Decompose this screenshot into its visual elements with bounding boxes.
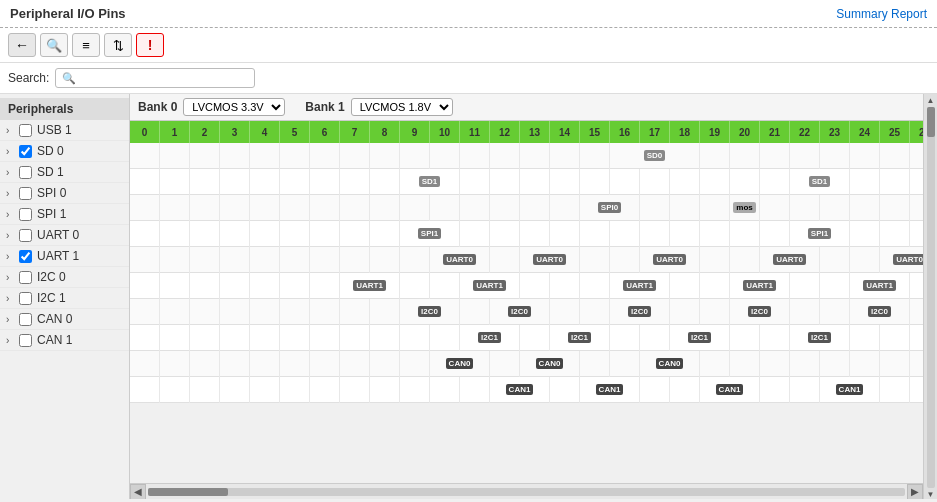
chip-spi-15: SPI0	[598, 202, 621, 213]
sidebar-item-can-0[interactable]: › CAN 0	[0, 309, 129, 330]
cell-r3-c6	[310, 221, 340, 247]
pin-number-10: 10	[430, 121, 460, 143]
checkbox-0[interactable]	[19, 124, 32, 137]
cell-r6-c18	[670, 299, 700, 325]
cell-r9-c5	[280, 377, 310, 403]
cell-r7-c25	[880, 325, 910, 351]
vscroll-thumb[interactable]	[927, 107, 935, 137]
cell-r9-c6	[310, 377, 340, 403]
cell-r9-c17	[640, 377, 670, 403]
data-row-1: SD1SD1	[130, 169, 923, 195]
cell-r8-c19	[700, 351, 730, 377]
scroll-track[interactable]	[148, 488, 905, 496]
cell-r2-c3	[220, 195, 250, 221]
checkbox-1[interactable]	[19, 145, 32, 158]
vscroll-down[interactable]: ▼	[927, 490, 935, 499]
pin-number-2: 2	[190, 121, 220, 143]
cell-r3-c4	[250, 221, 280, 247]
cell-r3-c22: SPI1	[790, 221, 850, 247]
horizontal-scrollbar[interactable]: ◀ ▶	[130, 483, 923, 499]
checkbox-5[interactable]	[19, 229, 32, 242]
data-row-2: SPI0mosSPI0	[130, 195, 923, 221]
cell-r3-c12	[490, 221, 520, 247]
cell-r1-c26	[910, 169, 923, 195]
cell-r1-c12	[490, 169, 520, 195]
sidebar-item-spi-1[interactable]: › SPI 1	[0, 204, 129, 225]
bank0-select[interactable]: LVCMOS 3.3V LVCMOS 1.8V LVCMOS 1.5V	[183, 98, 285, 116]
cell-r2-c18	[670, 195, 700, 221]
data-row-3: SPI1SPI1	[130, 221, 923, 247]
sidebar-item-i2c-0[interactable]: › I2C 0	[0, 267, 129, 288]
cell-r1-c3	[220, 169, 250, 195]
item-label-8: I2C 1	[37, 291, 66, 305]
sidebar-item-sd-0[interactable]: › SD 0	[0, 141, 129, 162]
checkbox-9[interactable]	[19, 313, 32, 326]
item-label-1: SD 0	[37, 144, 64, 158]
checkbox-8[interactable]	[19, 292, 32, 305]
cell-r3-c25	[880, 221, 910, 247]
cell-r2-c4	[250, 195, 280, 221]
app-header: Peripheral I/O Pins Summary Report	[0, 0, 937, 28]
checkbox-2[interactable]	[19, 166, 32, 179]
checkbox-3[interactable]	[19, 187, 32, 200]
cell-r6-c8	[370, 299, 400, 325]
cell-r9-c2	[190, 377, 220, 403]
vscroll-up[interactable]: ▲	[927, 96, 935, 105]
scroll-right-button[interactable]: ▶	[907, 484, 923, 500]
checkbox-6[interactable]	[19, 250, 32, 263]
cell-r9-c14	[550, 377, 580, 403]
sidebar-item-uart-1[interactable]: › UART 1	[0, 246, 129, 267]
sidebar-item-i2c-1[interactable]: › I2C 1	[0, 288, 129, 309]
cell-r6-c15	[580, 299, 610, 325]
cell-r0-c13	[520, 143, 550, 169]
cell-r5-c18	[670, 273, 700, 299]
cell-r9-c1	[160, 377, 190, 403]
sidebar: Peripherals › USB 1 › SD 0 › SD 1 › SPI …	[0, 94, 130, 499]
cell-r2-c24	[850, 195, 880, 221]
cell-r8-c25	[880, 351, 910, 377]
checkbox-7[interactable]	[19, 271, 32, 284]
filter1-button[interactable]: ≡	[72, 33, 100, 57]
sidebar-item-can-1[interactable]: › CAN 1	[0, 330, 129, 351]
chip-uart-17: UART0	[653, 254, 686, 265]
chip-i2c-12: I2C0	[508, 306, 531, 317]
cell-r6-c7	[340, 299, 370, 325]
vertical-scrollbar[interactable]: ▲ ▼	[923, 94, 937, 499]
scroll-thumb[interactable]	[148, 488, 228, 496]
bank1-label: Bank 1	[305, 100, 344, 114]
sidebar-item-spi-0[interactable]: › SPI 0	[0, 183, 129, 204]
summary-report-link[interactable]: Summary Report	[836, 7, 927, 21]
checkbox-4[interactable]	[19, 208, 32, 221]
cell-r4-c19	[700, 247, 730, 273]
main-layout: Peripherals › USB 1 › SD 0 › SD 1 › SPI …	[0, 94, 937, 499]
pin-number-16: 16	[610, 121, 640, 143]
cell-r3-c0	[130, 221, 160, 247]
bank1-select[interactable]: LVCMOS 3.3V LVCMOS 1.8V LVCMOS 1.5V	[351, 98, 453, 116]
cell-r9-c22	[790, 377, 820, 403]
cell-r0-c24	[850, 143, 880, 169]
cell-r2-c9	[400, 195, 430, 221]
vscroll-track[interactable]	[927, 107, 935, 488]
sidebar-item-sd-1[interactable]: › SD 1	[0, 162, 129, 183]
toolbar: ← 🔍 ≡ ⇅ !	[0, 28, 937, 63]
search-input[interactable]	[80, 71, 248, 85]
pin-grid-wrapper[interactable]: 0123456789101112131415161718192021222324…	[130, 121, 923, 483]
search-button[interactable]: 🔍	[40, 33, 68, 57]
item-label-5: UART 0	[37, 228, 79, 242]
cell-r1-c25	[880, 169, 910, 195]
cell-r3-c14	[550, 221, 580, 247]
sidebar-item-usb-1[interactable]: › USB 1	[0, 120, 129, 141]
cell-r7-c13	[520, 325, 550, 351]
cell-r9-c19: CAN1	[700, 377, 760, 403]
filter2-button[interactable]: ⇅	[104, 33, 132, 57]
chip-i2c-20: I2C0	[748, 306, 771, 317]
cell-r4-c25: UART0	[880, 247, 923, 273]
cell-r5-c24: UART1	[850, 273, 910, 299]
back-button[interactable]: ←	[8, 33, 36, 57]
checkbox-10[interactable]	[19, 334, 32, 347]
error-button[interactable]: !	[136, 33, 164, 57]
cell-r9-c7	[340, 377, 370, 403]
cell-r3-c24	[850, 221, 880, 247]
sidebar-item-uart-0[interactable]: › UART 0	[0, 225, 129, 246]
scroll-left-button[interactable]: ◀	[130, 484, 146, 500]
